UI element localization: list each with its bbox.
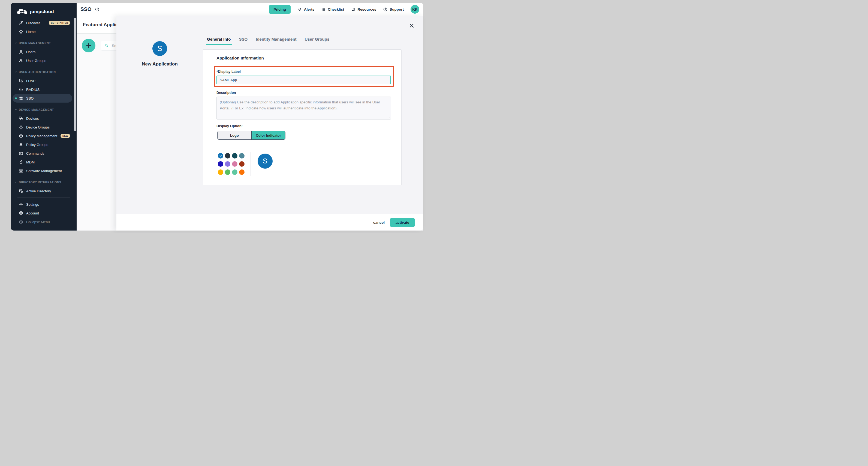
- sidebar-item-user-groups[interactable]: User Groups: [12, 56, 72, 65]
- alerts-button[interactable]: Alerts: [298, 7, 314, 12]
- sidebar-item-label: Software Management: [26, 169, 62, 173]
- sidebar-section-user-management[interactable]: USER MANAGEMENT: [11, 39, 76, 48]
- sidebar-item-label: Commands: [26, 151, 44, 155]
- sidebar-nav: DiscoverGET STARTEDHomeUSER MANAGEMENTUs…: [11, 19, 76, 226]
- sidebar-item-users[interactable]: Users: [12, 48, 72, 56]
- display-label-input[interactable]: [216, 76, 391, 84]
- color-swatch-6[interactable]: [232, 161, 238, 167]
- policy-group-icon: [19, 142, 24, 147]
- description-label: Description: [216, 91, 236, 95]
- color-swatch-0[interactable]: [218, 153, 223, 158]
- devices-icon: [19, 116, 24, 121]
- tab-identity-management[interactable]: Identity Management: [256, 37, 296, 45]
- sidebar-item-radius[interactable]: RADIUS: [12, 85, 72, 94]
- sidebar-section-directory-integrations[interactable]: DIRECTORY INTEGRATIONS: [11, 178, 76, 186]
- color-swatch-5[interactable]: [225, 161, 230, 167]
- sidebar-item-sso[interactable]: SSO: [12, 94, 72, 103]
- sidebar-section-device-management[interactable]: DEVICE MANAGEMENT: [11, 105, 76, 114]
- sidebar-item-home[interactable]: Home: [12, 27, 72, 36]
- sidebar: jumpcloud DiscoverGET STARTEDHomeUSER MA…: [11, 3, 76, 231]
- support-label: Support: [390, 7, 404, 11]
- sidebar-item-ldap[interactable]: LDAP: [12, 77, 72, 85]
- app-initial-badge: S: [152, 41, 167, 56]
- modal-tabs: General InfoSSOIdentity ManagementUser G…: [207, 37, 329, 45]
- logo-option[interactable]: Logo: [218, 131, 251, 139]
- software-icon: [19, 168, 24, 173]
- tab-general-info[interactable]: General Info: [207, 37, 231, 45]
- home-icon: [19, 29, 24, 34]
- sidebar-item-label: Discover: [26, 21, 40, 25]
- sidebar-item-devices[interactable]: Devices: [12, 114, 72, 123]
- sidebar-item-label: User Groups: [26, 59, 46, 63]
- device-group-icon: [19, 125, 24, 129]
- modal-footer: cancel activate: [116, 214, 423, 231]
- color-swatch-3[interactable]: [239, 153, 245, 158]
- pricing-button[interactable]: Pricing: [269, 5, 290, 13]
- info-icon[interactable]: [95, 7, 99, 12]
- resources-button[interactable]: Resources: [351, 7, 376, 12]
- sidebar-item-active-directory[interactable]: Active Directory: [12, 186, 72, 195]
- radius-icon: [19, 87, 24, 92]
- color-swatch-10[interactable]: [232, 169, 238, 175]
- application-information-card: Application Information *Display Label D…: [203, 49, 402, 185]
- ldap-database-icon: [19, 78, 24, 83]
- sidebar-item-settings[interactable]: Settings: [12, 200, 72, 209]
- checklist-button[interactable]: Checklist: [321, 7, 344, 12]
- sidebar-item-policy-groups[interactable]: Policy Groups: [12, 140, 72, 149]
- checklist-icon: [321, 7, 326, 12]
- jumpcloud-logo[interactable]: jumpcloud: [11, 3, 76, 15]
- book-icon: [351, 7, 355, 12]
- sidebar-item-label: LDAP: [26, 79, 35, 83]
- color-swatch-2[interactable]: [232, 153, 238, 158]
- color-swatch-8[interactable]: [218, 169, 223, 175]
- chevron-down-icon: [14, 108, 17, 111]
- logo-text: jumpcloud: [30, 9, 54, 14]
- sidebar-item-discover[interactable]: DiscoverGET STARTED: [12, 19, 72, 27]
- color-indicator-option[interactable]: Color Indicator: [251, 131, 285, 139]
- sidebar-section-user-authentication[interactable]: USER AUTHENTICATION: [11, 68, 76, 77]
- featured-applications-heading: Featured Applica: [83, 22, 120, 28]
- alerts-label: Alerts: [304, 7, 314, 11]
- avatar[interactable]: KK: [410, 5, 419, 13]
- tab-sso[interactable]: SSO: [239, 37, 248, 45]
- color-swatch-1[interactable]: [225, 153, 230, 158]
- chevron-down-icon: [14, 42, 17, 45]
- sidebar-scrollbar[interactable]: [74, 18, 76, 131]
- sidebar-item-device-groups[interactable]: Device Groups: [12, 123, 72, 132]
- color-swatch-4[interactable]: [218, 161, 223, 167]
- cloud-logo-icon: [17, 9, 28, 15]
- tab-user-groups[interactable]: User Groups: [305, 37, 329, 45]
- checklist-label: Checklist: [328, 7, 344, 11]
- support-button[interactable]: Support: [383, 7, 404, 12]
- color-swatch-grid: [218, 153, 245, 175]
- sidebar-item-policy-management[interactable]: Policy ManagementNEW: [12, 132, 72, 140]
- color-swatch-9[interactable]: [225, 169, 230, 175]
- sidebar-item-software-management[interactable]: Software Management: [12, 167, 72, 175]
- collapse-icon: [19, 220, 24, 224]
- description-textarea[interactable]: [216, 96, 391, 119]
- display-option-toggle: Logo Color Indicator: [217, 131, 285, 140]
- active-indicator-dot: [15, 97, 17, 99]
- sidebar-item-commands[interactable]: Commands: [12, 149, 72, 158]
- sidebar-item-label: Policy Groups: [26, 143, 48, 147]
- plus-icon: [85, 42, 92, 49]
- sidebar-item-label: Device Groups: [26, 125, 50, 129]
- add-application-button[interactable]: [82, 39, 95, 52]
- color-swatch-11[interactable]: [239, 169, 245, 175]
- display-label-label: *Display Label: [216, 69, 241, 74]
- rocket-icon: [19, 21, 24, 25]
- new-application-modal: S New Application General InfoSSOIdentit…: [116, 16, 423, 231]
- cancel-link[interactable]: cancel: [373, 221, 385, 225]
- sidebar-item-label: Settings: [26, 202, 39, 207]
- user-group-icon: [19, 58, 24, 63]
- sidebar-item-collapse-menu[interactable]: Collapse Menu: [12, 217, 72, 226]
- sidebar-item-account[interactable]: Account: [12, 209, 72, 217]
- activate-button[interactable]: activate: [390, 218, 415, 227]
- swatch-preview-divider: [251, 152, 251, 176]
- color-swatch-7[interactable]: [239, 161, 245, 167]
- color-preview-badge: S: [258, 154, 273, 169]
- sidebar-item-label: Policy Management: [26, 134, 57, 138]
- close-x-glyph: [409, 23, 415, 29]
- sidebar-item-mdm[interactable]: MDM: [12, 158, 72, 167]
- close-icon[interactable]: [408, 23, 415, 29]
